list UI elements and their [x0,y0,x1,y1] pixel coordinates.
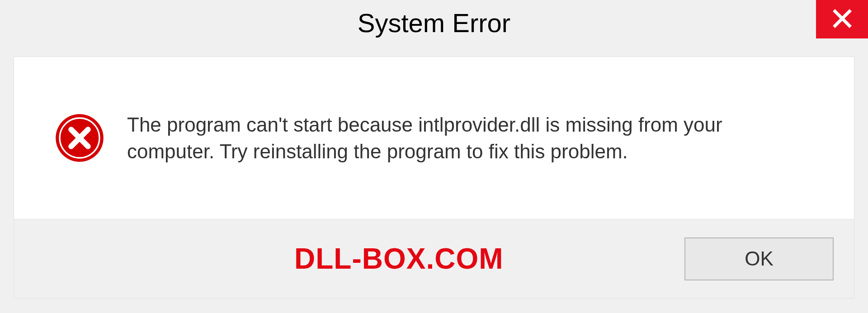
error-message: The program can't start because intlprov… [127,111,805,165]
close-icon [832,9,852,30]
close-button[interactable] [816,0,868,38]
titlebar: System Error [0,0,868,45]
watermark-text: DLL-BOX.COM [294,242,504,275]
content-panel: The program can't start because intlprov… [14,57,854,219]
ok-button-label: OK [745,247,774,270]
error-icon [55,113,104,163]
button-bar: DLL-BOX.COM OK [14,219,854,299]
dialog-title: System Error [358,8,510,38]
ok-button[interactable]: OK [684,237,834,280]
